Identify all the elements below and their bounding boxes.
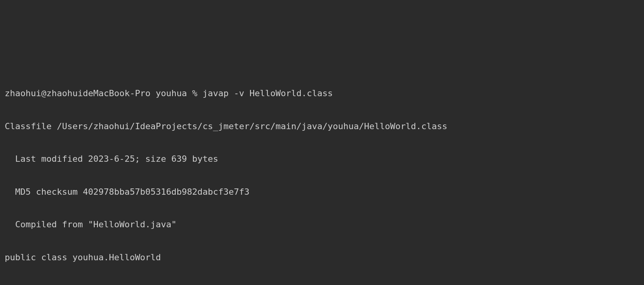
- minor-version-line: minor version: 0: [5, 282, 639, 285]
- last-modified-line: Last modified 2023-6-25; size 639 bytes: [5, 151, 639, 167]
- terminal-output: zhaohui@zhaohuideMacBook-Pro youhua % ja…: [5, 69, 639, 285]
- classfile-line: Classfile /Users/zhaohui/IdeaProjects/cs…: [5, 118, 639, 135]
- compiled-from-line: Compiled from "HelloWorld.java": [5, 216, 639, 233]
- md5-checksum-line: MD5 checksum 402978bba57b05316db982dabcf…: [5, 184, 639, 200]
- command-prompt-line: zhaohui@zhaohuideMacBook-Pro youhua % ja…: [5, 85, 639, 102]
- class-declaration-line: public class youhua.HelloWorld: [5, 249, 639, 266]
